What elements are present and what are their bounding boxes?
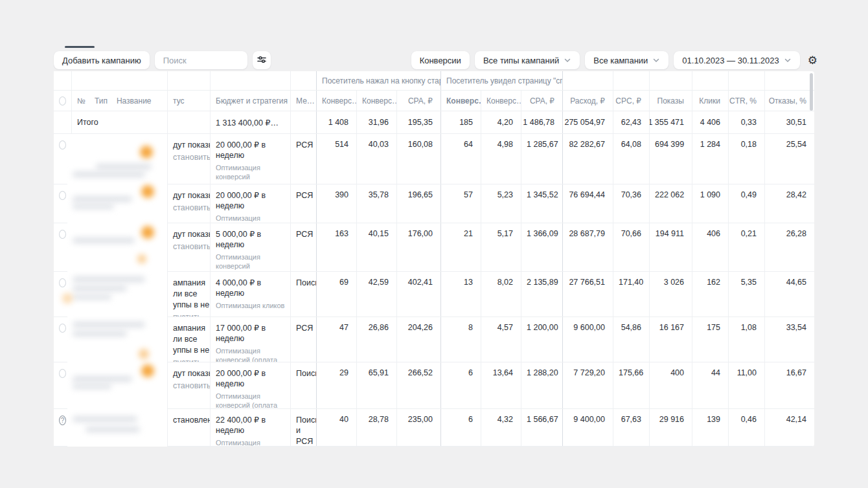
chevron-down-icon [652, 56, 660, 64]
table-row: ампанияли всеуппы в не…пустить17 000,00 … [54, 317, 814, 362]
status-text: дут показы [173, 368, 205, 379]
status-text: ли все [173, 289, 205, 300]
chevron-down-icon [564, 56, 571, 64]
status-cell: ампанияли всеуппы в не…пустить [167, 317, 210, 362]
placement-cell: РСЯ [290, 184, 316, 223]
col-conversions-3-sorted[interactable]: Конверс… ↓ [440, 91, 481, 111]
col-budget[interactable]: Бюджет и стратегия [210, 91, 290, 111]
status-cell: дут показыстановить [167, 223, 210, 271]
vertical-scrollbar[interactable] [810, 73, 813, 111]
metric-cell: 1 090 [692, 184, 728, 223]
blurred-campaign-icon [141, 226, 154, 239]
col-cpa-2[interactable]: CPA, ₽ [521, 91, 562, 111]
table-row: ?становлена22 400,00 ₽ в неделюОптимизац… [54, 409, 814, 447]
metric-cell: 171,40 [613, 272, 649, 316]
col-conversions-1[interactable]: Конверс… [316, 91, 356, 111]
totals-label: Итого [71, 111, 167, 133]
status-action-link[interactable]: становить [173, 242, 205, 251]
metric-cell: 402,41 [396, 272, 440, 316]
search-input[interactable]: Поиск [155, 51, 247, 69]
goal-group-2[interactable]: Посетитель увидел страницу "спасиб… [440, 71, 562, 90]
conversions-button[interactable]: Конверсии [411, 51, 470, 69]
metric-cell: 35,78 [356, 184, 396, 223]
totals-budget: 1 313 400,00 ₽… [210, 111, 290, 133]
metric-cell: 6 [440, 409, 481, 446]
metric-cell: 4,98 [481, 134, 521, 184]
col-name[interactable]: Название [117, 96, 152, 105]
strategy-label: Оптимизация конверсий (оплата за конверс… [216, 346, 285, 362]
row-checkbox[interactable] [59, 278, 66, 287]
status-action-link[interactable]: пустить [173, 358, 205, 362]
metric-cell: 40,15 [356, 223, 396, 271]
campaign-types-dropdown[interactable]: Все типы кампаний [475, 51, 580, 69]
chevron-down-icon [784, 56, 792, 64]
status-cell: дут показыстановить [167, 184, 210, 223]
metric-cell: 16,67 [764, 362, 814, 408]
budget-cell: 22 400,00 ₽ в неделюОптимизация конверси… [210, 409, 290, 446]
budget-amount: 5 000,00 ₽ в неделю [216, 229, 285, 250]
budget-cell: 5 000,00 ₽ в неделюОптимизация конверсий [210, 223, 290, 271]
metric-cell: 175,66 [613, 362, 649, 408]
group-header-lead [54, 71, 71, 90]
row-checkbox[interactable] [59, 140, 66, 150]
col-conversions-2[interactable]: Конверс… [356, 91, 396, 111]
col-place[interactable]: Ме… [290, 91, 316, 111]
select-all-checkbox[interactable] [59, 96, 66, 105]
placement-cell: Поиск [290, 362, 316, 408]
col-impressions[interactable]: Показы [649, 91, 692, 111]
strategy-label: Оптимизация конверсий (оплата за конверс… [216, 214, 285, 223]
col-cpc[interactable]: CPC, ₽ [613, 91, 649, 111]
col-type[interactable]: Тип [95, 96, 108, 105]
metric-cell: 26,86 [356, 317, 396, 362]
col-num[interactable]: № [77, 96, 86, 105]
metric-cell: 0,21 [728, 223, 764, 271]
status-action-link[interactable]: становить [173, 153, 205, 162]
filter-button[interactable] [253, 51, 271, 69]
status-text: уппы в не… [173, 345, 205, 356]
status-text: ли все [173, 334, 205, 345]
metric-cell: 160,08 [396, 134, 440, 184]
help-question-icon[interactable]: ? [59, 416, 66, 425]
metric-cell: 26,28 [764, 223, 814, 271]
gear-icon[interactable]: ⚙ [808, 55, 817, 66]
col-clicks[interactable]: Клики [692, 91, 728, 111]
add-campaign-button[interactable]: Добавить кампанию [54, 51, 150, 69]
redacted-names-overlay [67, 134, 167, 447]
col-conversions-4[interactable]: Конверс… [481, 91, 521, 111]
status-text: ампания [173, 323, 205, 334]
blurred-campaign-icon [140, 146, 153, 159]
metric-cell: 3 026 [649, 272, 692, 316]
budget-cell: 20 000,00 ₽ в неделюОптимизация конверси… [210, 184, 290, 223]
status-action-link[interactable]: становить [173, 381, 205, 390]
campaigns-dropdown[interactable]: Все кампании [585, 51, 668, 69]
active-tab-indicator[interactable] [65, 46, 95, 48]
status-action-link[interactable]: становить [173, 203, 205, 212]
metric-cell: 82 282,67 [562, 134, 613, 184]
col-bounce[interactable]: Отказы, % [764, 91, 814, 111]
row-checkbox[interactable] [59, 369, 66, 378]
metric-cell: 162 [692, 272, 728, 316]
metric-cell: 40 [316, 409, 356, 446]
col-status[interactable]: тус [167, 91, 210, 111]
row-checkbox[interactable] [59, 191, 66, 200]
metric-cell: 139 [692, 409, 728, 446]
col-cpa-1[interactable]: CPA, ₽ [396, 91, 440, 111]
goal-group-1[interactable]: Посетитель нажал на кнопку стартов… [316, 71, 440, 90]
status-action-link[interactable]: пустить [173, 313, 205, 316]
row-checkbox[interactable] [59, 324, 66, 333]
col-ctr[interactable]: CTR, % [728, 91, 764, 111]
row-checkbox[interactable] [59, 230, 66, 239]
metric-cell: 42,59 [356, 272, 396, 316]
date-range-dropdown[interactable]: 01.10.2023 — 30.11.2023 [674, 51, 799, 69]
status-text: ампания [173, 278, 205, 289]
budget-amount: 4 000,00 ₽ в неделю [216, 278, 285, 299]
metric-cell: 44,65 [764, 272, 814, 316]
status-text: дут показы [173, 190, 205, 201]
table-row: дут показыстановить5 000,00 ₽ в неделюОп… [54, 223, 814, 272]
metric-cell: 25,54 [764, 134, 814, 184]
metric-cell: 514 [316, 134, 356, 184]
campaigns-table: Посетитель нажал на кнопку стартов… Посе… [54, 71, 814, 447]
col-cost[interactable]: Расход, ₽ [562, 91, 613, 111]
metric-cell: 11,00 [728, 362, 764, 408]
budget-amount: 20 000,00 ₽ в неделю [216, 190, 285, 212]
